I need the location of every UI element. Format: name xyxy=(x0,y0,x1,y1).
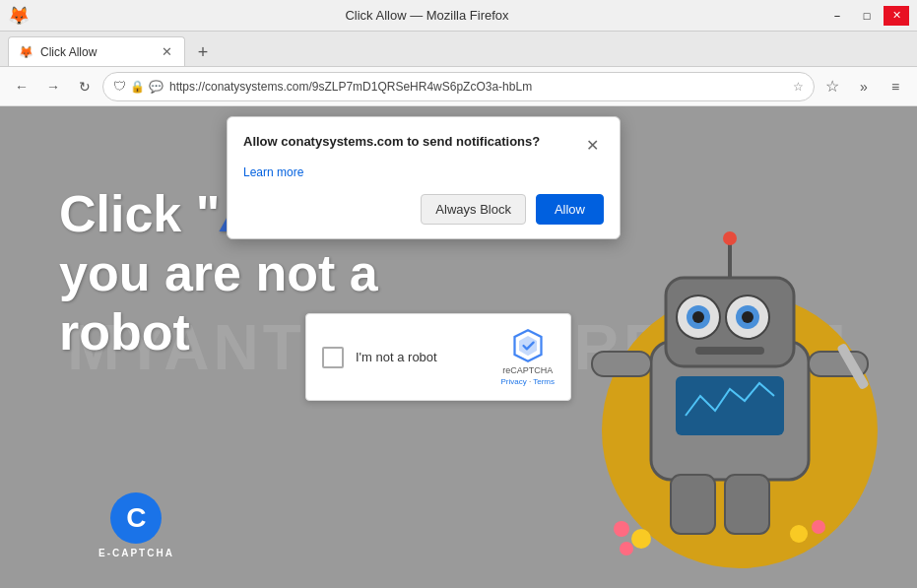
popup-header: Allow conatysystems.com to send notifica… xyxy=(243,133,604,157)
extensions-button[interactable]: » xyxy=(850,73,878,100)
recaptcha-logo-icon xyxy=(510,328,546,363)
recaptcha-logo-area: reCAPTCHA Privacy · Terms xyxy=(500,328,555,386)
maximize-button[interactable]: □ xyxy=(854,6,880,26)
svg-point-21 xyxy=(812,520,825,534)
firefox-logo-icon: 🦊 xyxy=(8,5,30,27)
shield-icon: 🛡 xyxy=(113,79,126,94)
recaptcha-checkbox[interactable] xyxy=(322,347,344,368)
recaptcha-links: Privacy · Terms xyxy=(500,377,555,386)
allow-button[interactable]: Allow xyxy=(536,194,604,225)
reload-button[interactable]: ↻ xyxy=(71,73,98,100)
svg-point-20 xyxy=(790,525,808,543)
popup-title: Allow conatysystems.com to send notifica… xyxy=(243,133,540,151)
page-content: MYANTISPYWARE.COM Click "Allow" if you a… xyxy=(0,106,917,588)
svg-point-19 xyxy=(620,542,633,555)
svg-point-7 xyxy=(742,311,753,323)
back-button[interactable]: ← xyxy=(8,73,35,100)
nav-bar: ← → ↻ 🛡 🔒 💬 https://conatysystems.com/9s… xyxy=(0,67,917,106)
popup-buttons: Always Block Allow xyxy=(243,194,604,225)
url-text: https://conatysystems.com/9sZLP7mD1QRSeH… xyxy=(169,80,787,94)
window-title: Click Allow — Mozilla Firefox xyxy=(30,8,824,23)
ecaptcha-logo: C E-CAPTCHA xyxy=(98,492,174,558)
browser-tab[interactable]: 🦊 Click Allow ✕ xyxy=(8,36,185,66)
close-button[interactable]: ✕ xyxy=(884,6,909,26)
lock-icon: 🔒 xyxy=(130,80,145,94)
recaptcha-brand-text: reCAPTCHA xyxy=(502,365,553,375)
forward-button[interactable]: → xyxy=(39,73,67,100)
title-bar-left: 🦊 xyxy=(8,5,30,27)
notification-popup: Allow conatysystems.com to send notifica… xyxy=(227,116,621,239)
ecaptcha-icon: C xyxy=(110,492,162,544)
recaptcha-widget: I'm not a robot reCAPTCHA Privacy · Term… xyxy=(305,313,571,401)
svg-rect-15 xyxy=(725,475,769,534)
bookmark-icon[interactable]: ☆ xyxy=(793,80,804,94)
svg-rect-10 xyxy=(695,347,764,355)
svg-rect-11 xyxy=(592,352,651,376)
tab-favicon-icon: 🦊 xyxy=(19,45,33,59)
recaptcha-label-text: I'm not a robot xyxy=(356,350,489,364)
url-security-icons: 🛡 🔒 💬 xyxy=(113,79,164,94)
tab-bar: 🦊 Click Allow ✕ + xyxy=(0,32,917,67)
always-block-button[interactable]: Always Block xyxy=(421,194,526,225)
title-bar: 🦊 Click Allow — Mozilla Firefox − □ ✕ xyxy=(0,0,917,32)
popup-close-button[interactable]: ✕ xyxy=(580,133,604,157)
tab-label: Click Allow xyxy=(40,45,152,59)
url-bar[interactable]: 🛡 🔒 💬 https://conatysystems.com/9sZLP7mD… xyxy=(102,72,815,101)
minimize-button[interactable]: − xyxy=(824,6,850,26)
ecaptcha-label: E-CAPTCHA xyxy=(98,548,174,558)
notification-icon: 💬 xyxy=(149,80,164,94)
page-text-line2: you are not a xyxy=(59,244,426,303)
svg-point-4 xyxy=(692,311,704,323)
svg-rect-14 xyxy=(671,475,715,534)
robot-illustration xyxy=(553,224,887,588)
new-tab-button[interactable]: + xyxy=(189,38,217,66)
tab-close-icon[interactable]: ✕ xyxy=(160,42,174,61)
svg-point-18 xyxy=(614,521,629,537)
learn-more-link[interactable]: Learn more xyxy=(243,165,303,179)
menu-button[interactable]: ≡ xyxy=(882,73,909,100)
svg-point-17 xyxy=(631,529,651,549)
svg-point-9 xyxy=(723,231,737,245)
window-controls: − □ ✕ xyxy=(824,6,909,26)
nav-right-controls: ☆ » ≡ xyxy=(819,73,909,100)
pocket-button[interactable]: ☆ xyxy=(819,73,846,100)
